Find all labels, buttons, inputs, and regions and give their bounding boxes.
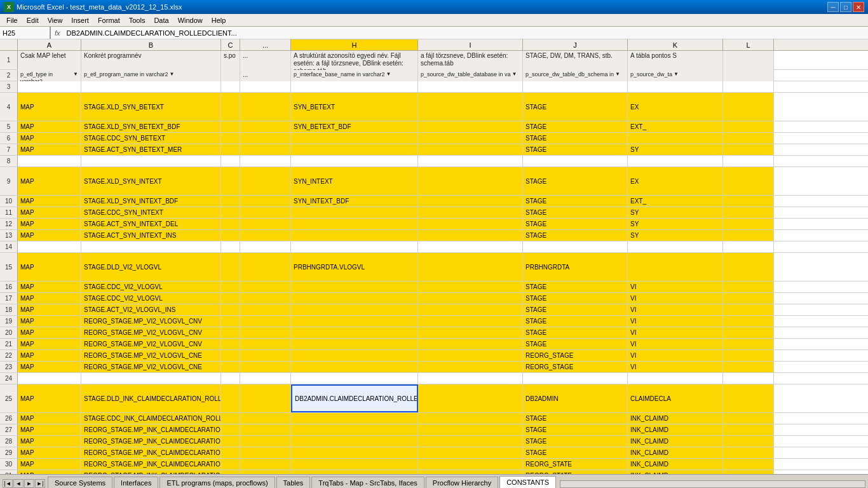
cell-16L[interactable] [723,281,774,292]
cell-31J[interactable]: REORG_STATE [523,470,628,474]
cell-1L[interactable] [723,51,774,70]
sheet-tab-source-systems[interactable]: Source Systems [48,477,112,488]
cell-8I[interactable] [418,156,523,166]
cell-31B[interactable]: REORG_STAGE.MP_INK_CLAIMDECLARATION_RO_C… [81,470,221,474]
cell-7C[interactable] [221,144,240,155]
cell-14B[interactable] [81,241,221,252]
cell-19I[interactable] [418,316,523,327]
horizontal-scrollbar[interactable] [560,480,865,488]
cell-10K[interactable]: EXT_ [628,196,723,207]
cell-21A[interactable]: MAP [18,339,81,349]
cell-8H[interactable] [291,156,418,166]
cell-17B[interactable]: STAGE.CDC_VI2_VLOGVL [81,293,221,304]
menu-format[interactable]: Format [94,15,124,25]
cell-15A[interactable]: MAP [18,253,81,281]
cell-7K[interactable]: SY [628,144,723,155]
cell-16B[interactable]: STAGE.CDC_VI2_VLOGVL [81,281,221,292]
cell-5H[interactable]: SYN_BETEXT_BDF [291,121,418,132]
cell-20J[interactable]: STAGE [523,327,628,338]
cell-21B[interactable]: REORG_STAGE.MP_VI2_VLOGVL_CNV [81,339,221,349]
cell-1K[interactable]: A tábla pontos S [628,51,723,70]
cell-18L[interactable] [723,304,774,315]
cell-8L[interactable] [723,156,774,166]
cell-18C[interactable] [221,304,240,315]
cell-17K[interactable]: VI [628,293,723,304]
cell-13B[interactable]: STAGE.ACT_SYN_INTEXT_INS [81,230,221,241]
cell-19B[interactable]: REORG_STAGE.MP_VI2_VLOGVL_CNV [81,316,221,327]
menu-insert[interactable]: Insert [67,15,93,25]
cell-8C[interactable] [221,156,240,166]
cell-13K[interactable]: SY [628,230,723,241]
cell-27J[interactable]: STAGE [523,424,628,435]
cell-12H[interactable] [291,219,418,229]
cell-30B[interactable]: REORG_STAGE.MP_INK_CLAIMDECLARATION_RO_C… [81,459,221,470]
cell-11H[interactable] [291,207,418,218]
cell-4K[interactable]: EX [628,93,723,121]
cell-23J[interactable]: REORG_STAGE [523,362,628,372]
cell-11B[interactable]: STAGE.CDC_SYN_INTEXT [81,207,221,218]
tab-first-button[interactable]: |◄ [3,479,13,488]
cell-21J[interactable]: STAGE [523,339,628,349]
cell-6A[interactable]: MAP [18,133,81,144]
cell-27H[interactable] [291,424,418,435]
cell-15C[interactable] [221,253,240,281]
cell-29A[interactable]: MAP [18,447,81,458]
name-box[interactable]: H25 [0,27,51,39]
cell-27L[interactable] [723,424,774,435]
close-button[interactable]: ✕ [853,2,864,12]
cell-17L[interactable] [723,293,774,304]
cell-9L[interactable] [723,167,774,195]
cell-9H[interactable]: SYN_INTEXT [291,167,418,195]
cell-30J[interactable]: REORG_STATE [523,459,628,470]
cell-10I[interactable] [418,196,523,207]
cell-10A[interactable]: MAP [18,196,81,207]
cell-3J[interactable] [523,81,628,92]
cell-2H[interactable]: p_interface_base_name in varchar2 ▼ [291,70,418,81]
cell-8K[interactable] [628,156,723,166]
cell-27C[interactable] [221,424,240,435]
cell-2C[interactable] [221,70,240,81]
cell-23A[interactable]: MAP [18,362,81,372]
cell-25A[interactable]: MAP [18,384,81,412]
cell-24B[interactable] [81,373,221,384]
cell-28L[interactable] [723,436,774,447]
cell-15I[interactable] [418,253,523,281]
cell-1I[interactable]: a fájl törzsneve, DBlink esetén: schema.… [418,51,523,70]
cell-20B[interactable]: REORG_STAGE.MP_VI2_VLOGVL_CNV [81,327,221,338]
cell-14H[interactable] [291,241,418,252]
cell-21I[interactable] [418,339,523,349]
cell-21C[interactable] [221,339,240,349]
cell-26L[interactable] [723,413,774,424]
minimize-button[interactable]: ─ [827,2,839,12]
cell-20A[interactable]: MAP [18,327,81,338]
cell-4A[interactable]: MAP [18,93,81,121]
cell-24I[interactable] [418,373,523,384]
cell-30H[interactable] [291,459,418,470]
cell-30C[interactable] [221,459,240,470]
menu-view[interactable]: View [44,15,67,25]
cell-5L[interactable] [723,121,774,132]
cell-3C[interactable] [221,81,240,92]
cell-25B[interactable]: STAGE.DLD_INK_CLAIMDECLARATION_ROLLE [81,384,221,412]
cell-25H[interactable]: DB2ADMIN.CLAIMDECLARATION_ROLLEDCLIENT..… [291,384,418,412]
cell-4H[interactable]: SYN_BETEXT [291,93,418,121]
cell-16I[interactable] [418,281,523,292]
cell-22K[interactable]: VI [628,350,723,361]
cell-10C[interactable] [221,196,240,207]
cell-4J[interactable]: STAGE [523,93,628,121]
cell-4B[interactable]: STAGE.XLD_SYN_BETEXT [81,93,221,121]
menu-window[interactable]: Window [174,15,207,25]
window-controls[interactable]: ─ □ ✕ [827,2,864,12]
cell-6I[interactable] [418,133,523,144]
cell-3K[interactable] [628,81,723,92]
cell-11I[interactable] [418,207,523,218]
cell-2B[interactable]: p_etl_program_name in varchar2 ▼ [81,70,221,81]
col-header-L[interactable]: L [723,39,774,50]
sheet-tab-tables[interactable]: Tables [276,477,311,488]
cell-24L[interactable] [723,373,774,384]
cell-12L[interactable] [723,219,774,229]
cell-17I[interactable] [418,293,523,304]
cell-28C[interactable] [221,436,240,447]
cell-30A[interactable]: MAP [18,459,81,470]
cell-20C[interactable] [221,327,240,338]
